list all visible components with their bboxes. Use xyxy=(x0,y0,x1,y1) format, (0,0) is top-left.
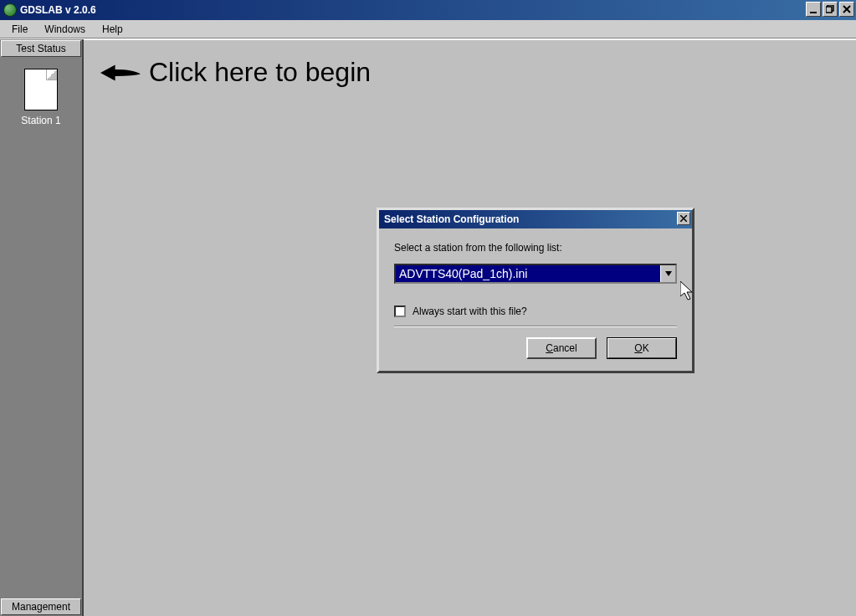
dialog-titlebar[interactable]: Select Station Configuration xyxy=(379,210,692,228)
hint-text: Click here to begin xyxy=(149,57,371,88)
dialog-body: Select a station from the following list… xyxy=(379,228,692,371)
sidebar-item-label: Station 1 xyxy=(21,115,60,126)
sidebar-item-station[interactable]: Station 1 xyxy=(0,69,82,126)
sidebar-tab-management[interactable]: Management xyxy=(1,598,81,615)
dialog-close-button[interactable] xyxy=(677,212,690,225)
svg-rect-1 xyxy=(826,7,832,13)
hint-begin: Click here to begin xyxy=(100,57,371,88)
menu-windows[interactable]: Windows xyxy=(36,22,94,37)
arrow-left-icon xyxy=(100,63,141,83)
dialog-buttons: Cancel OK xyxy=(394,337,677,359)
restore-button[interactable] xyxy=(823,2,838,17)
dropdown-button[interactable] xyxy=(660,265,675,282)
dialog-select-station: Select Station Configuration Select a st… xyxy=(377,208,695,373)
menu-file[interactable]: File xyxy=(3,22,36,37)
sidebar-tab-test-status[interactable]: Test Status xyxy=(1,40,81,57)
always-start-row: Always start with this file? xyxy=(394,305,677,317)
window-controls xyxy=(806,2,854,17)
divider xyxy=(394,326,677,327)
main-area: Click here to begin Select Station Confi… xyxy=(84,39,856,616)
cancel-button[interactable]: Cancel xyxy=(526,337,597,359)
menubar: File Windows Help xyxy=(0,20,856,38)
cancel-button-label: Cancel xyxy=(546,342,577,354)
chevron-down-icon xyxy=(665,271,672,276)
station-selected: ADVTTS40(Pad_1ch).ini xyxy=(396,265,660,282)
app-icon xyxy=(3,3,17,17)
dialog-title-text: Select Station Configuration xyxy=(384,213,519,225)
ok-button-label: OK xyxy=(634,342,648,354)
sidebar: Test Status Station 1 Management xyxy=(0,39,84,616)
titlebar: GDSLAB v 2.0.6 xyxy=(0,0,856,20)
always-start-checkbox[interactable] xyxy=(394,305,406,317)
app-title: GDSLAB v 2.0.6 xyxy=(20,4,96,16)
station-combobox[interactable]: ADVTTS40(Pad_1ch).ini xyxy=(394,264,677,284)
always-start-label: Always start with this file? xyxy=(413,305,527,317)
document-icon xyxy=(25,69,57,110)
menu-help[interactable]: Help xyxy=(94,22,131,37)
close-button[interactable] xyxy=(839,2,854,17)
ok-button[interactable]: OK xyxy=(607,337,677,359)
workspace: Test Status Station 1 Management Click h… xyxy=(0,38,856,616)
dialog-prompt: Select a station from the following list… xyxy=(394,242,677,254)
minimize-button[interactable] xyxy=(806,2,821,17)
svg-marker-6 xyxy=(665,271,672,276)
